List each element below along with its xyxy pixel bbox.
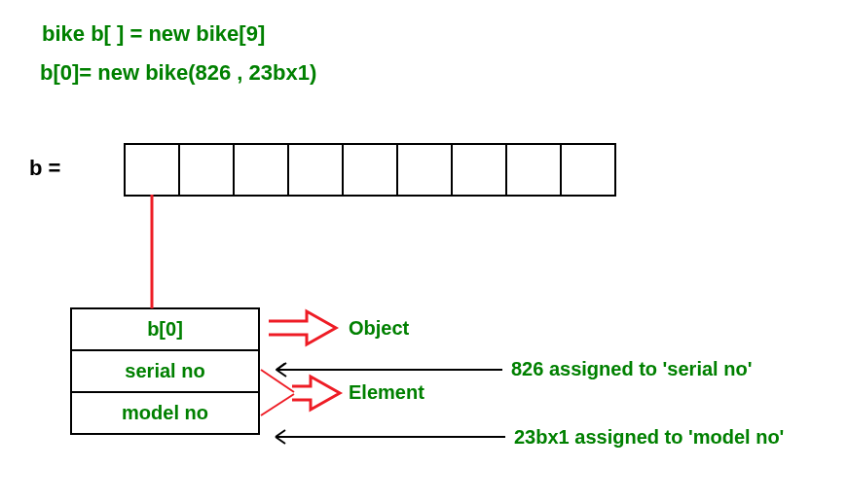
- code-line-2: b[0]= new bike(826 , 23bx1): [40, 60, 316, 86]
- array-cell: [342, 143, 398, 197]
- array-cell: [124, 143, 180, 197]
- array-cell: [451, 143, 507, 197]
- array-cell: [287, 143, 344, 197]
- object-field-row: serial no: [70, 349, 260, 393]
- assign-serial-line: [277, 363, 502, 377]
- array-cell: [233, 143, 289, 197]
- object-header-row: b[0]: [70, 307, 260, 351]
- object-label: Object: [349, 317, 409, 340]
- array-cell: [560, 143, 616, 197]
- element-arrow-icon: [292, 377, 340, 410]
- assign-model-label: 23bx1 assigned to 'model no': [514, 426, 784, 449]
- array-variable-label: b =: [29, 156, 60, 181]
- object-arrow-icon: [269, 311, 336, 344]
- array-cell: [178, 143, 235, 197]
- object-table: b[0] serial no model no: [70, 307, 260, 435]
- assign-model-line: [276, 430, 505, 444]
- assign-serial-label: 826 assigned to 'serial no': [511, 358, 752, 380]
- array-cell: [396, 143, 453, 197]
- array-cell: [505, 143, 562, 197]
- element-label: Element: [349, 381, 424, 404]
- array-row: [124, 143, 616, 197]
- branch-line-top: [261, 370, 294, 392]
- object-field-row: model no: [70, 391, 260, 435]
- code-line-1: bike b[ ] = new bike[9]: [42, 21, 265, 47]
- branch-line-bottom: [261, 394, 294, 415]
